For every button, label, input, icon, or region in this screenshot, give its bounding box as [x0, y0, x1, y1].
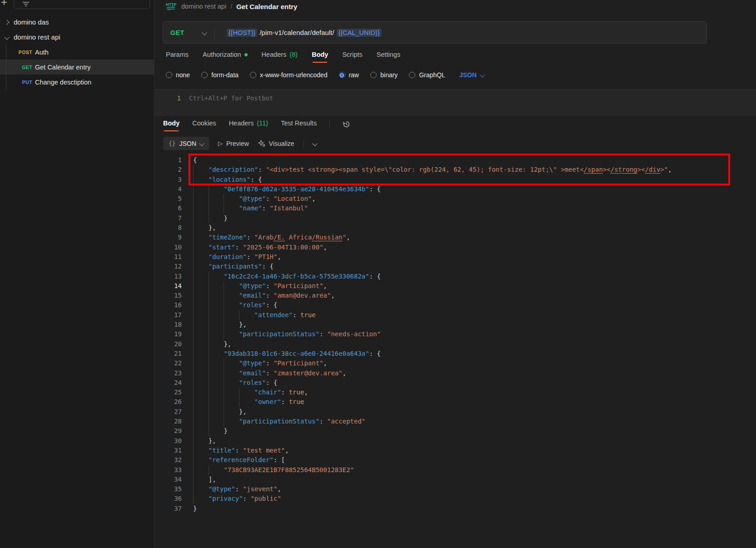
json-line: 1{: [154, 155, 756, 165]
radio-selected-icon: [339, 72, 345, 78]
line-number: 36: [154, 494, 182, 503]
json-line: 33"738CB93AE2E1B7F8852564B5001283E2": [154, 465, 756, 475]
chevron-down-icon: [0, 35, 14, 39]
url-input[interactable]: {{HOST}} /pim-v1/calendar/default/ {{CAL…: [227, 29, 382, 37]
line-number: 21: [154, 349, 182, 359]
body-mode-graphql[interactable]: GraphQL: [409, 71, 445, 79]
json-line: 35"@type": "jsevent",: [154, 484, 756, 494]
breadcrumb-request: Get Calendar entry: [236, 3, 297, 10]
visualize-icon: [258, 140, 265, 147]
collection-label: domino das: [14, 18, 49, 26]
chevron-down-icon: [312, 141, 317, 146]
json-line: 17"attendee": true: [154, 310, 756, 320]
line-number: 34: [154, 475, 182, 484]
line-number: 15: [154, 291, 182, 300]
line-number: 13: [154, 272, 182, 281]
radio-label: none: [176, 71, 190, 79]
line-number: 6: [154, 204, 182, 213]
response-tab-test-results[interactable]: Test Results: [281, 120, 317, 129]
response-json-lines: 1{2"description": "<div>test <strong><sp…: [154, 155, 756, 513]
visualize-button[interactable]: Visualize: [258, 140, 294, 147]
http-request-icon: HTTP: [165, 1, 177, 11]
body-mode-form-data[interactable]: form-data: [201, 71, 239, 79]
json-line: 31"title": "test meet",: [154, 446, 756, 455]
json-line: 11"duration": "PT1H",: [154, 252, 756, 262]
response-format-select[interactable]: {} JSON: [163, 137, 209, 150]
sidebar-request-get-calendar-entry[interactable]: GET Get Calendar entry: [0, 60, 154, 75]
line-number: 33: [154, 465, 182, 475]
tab-params[interactable]: Params: [166, 51, 189, 60]
line-number: 17: [154, 310, 182, 320]
line-number: 5: [154, 194, 182, 204]
json-line: 24"roles": {: [154, 378, 756, 388]
tab-label: Scripts: [342, 51, 362, 58]
json-line: 19"participationStatus": "needs-action": [154, 329, 756, 339]
json-line: 25"chair": true,: [154, 388, 756, 397]
tab-label: Settings: [377, 51, 400, 58]
method-badge-get: GET: [14, 65, 35, 70]
new-request-icon[interactable]: +: [1, 0, 7, 9]
response-history-button[interactable]: [343, 120, 350, 128]
preview-label: Preview: [226, 140, 249, 147]
response-tab-headers[interactable]: Headers(11): [229, 120, 269, 129]
body-mode-urlencoded[interactable]: x-www-form-urlencoded: [250, 71, 328, 79]
radio-icon: [201, 72, 208, 78]
json-line: 13"16c2c2c4-1a46-3dcf-b5ca-5755e330682a"…: [154, 272, 756, 281]
request-label: Auth: [35, 49, 49, 56]
line-number: 16: [154, 300, 182, 310]
json-line: 23"email": "zmaster@dev.area",: [154, 369, 756, 378]
collection-children: POST Auth GET Get Calendar entry PUT Cha…: [0, 45, 154, 90]
line-number: 20: [154, 339, 182, 349]
sidebar-item-domino-rest-api[interactable]: domino rest api: [0, 30, 154, 45]
tab-settings[interactable]: Settings: [377, 51, 400, 60]
response-more-options-button[interactable]: [313, 142, 317, 145]
tab-headers[interactable]: Headers(8): [262, 51, 298, 60]
body-mode-none[interactable]: none: [166, 71, 190, 79]
radio-icon: [166, 72, 172, 78]
request-body-editor[interactable]: 1 Ctrl+Alt+P for Postbot: [154, 89, 756, 116]
tab-label: Body: [312, 51, 328, 58]
cal-unid-variable-chip[interactable]: {{CAL_UNID}}: [337, 29, 382, 37]
request-label: Get Calendar entry: [35, 64, 91, 71]
json-line: 22"@type": "Participant",: [154, 359, 756, 368]
response-tab-body[interactable]: Body: [163, 120, 179, 129]
tab-authorization[interactable]: Authorization: [203, 51, 248, 60]
sidebar-request-auth[interactable]: POST Auth: [0, 45, 154, 60]
response-toolbar: {} JSON ▷ Preview Visualize: [163, 137, 317, 150]
sidebar-request-change-desctiption[interactable]: PUT Change desctiption: [0, 75, 154, 90]
headers-count: (8): [289, 51, 298, 58]
radio-label: GraphQL: [419, 71, 445, 79]
response-body-viewer[interactable]: 1{2"description": "<div>test <strong><sp…: [154, 153, 756, 548]
radio-icon: [250, 72, 256, 78]
chevron-down-icon: [202, 30, 207, 35]
tab-label: Cookies: [192, 120, 216, 127]
line-number: 24: [154, 378, 182, 388]
line-number: 26: [154, 397, 182, 407]
preview-button[interactable]: ▷ Preview: [218, 140, 249, 147]
json-line: 8},: [154, 223, 756, 233]
tab-scripts[interactable]: Scripts: [342, 51, 362, 60]
line-number: 31: [154, 446, 182, 455]
tab-label: Body: [163, 120, 179, 127]
body-mode-raw[interactable]: raw: [339, 71, 359, 79]
tab-body[interactable]: Body: [312, 51, 328, 60]
auth-configured-dot: [244, 53, 248, 56]
json-line: 18},: [154, 320, 756, 329]
response-tab-cookies[interactable]: Cookies: [192, 120, 216, 129]
divider: [329, 120, 330, 128]
raw-language-select[interactable]: JSON: [459, 71, 484, 79]
json-line: 10"start": "2025-06-04T13:00:00",: [154, 243, 756, 252]
json-line: 5"@type": "Location",: [154, 194, 756, 204]
method-select[interactable]: GET: [163, 29, 214, 36]
breadcrumb-collection[interactable]: domino rest api: [181, 3, 226, 10]
sidebar-filter-input[interactable]: [14, 0, 150, 9]
host-variable-chip[interactable]: {{HOST}}: [227, 29, 258, 37]
sidebar-item-domino-das[interactable]: domino das: [0, 15, 154, 30]
collections-tree: domino das domino rest api POST Auth GET…: [0, 15, 154, 90]
line-number: 9: [154, 233, 182, 242]
method-badge-post: POST: [14, 50, 35, 55]
radio-label: binary: [380, 71, 398, 79]
line-number: 23: [154, 369, 182, 378]
line-number: 10: [154, 243, 182, 252]
body-mode-binary[interactable]: binary: [370, 71, 398, 79]
